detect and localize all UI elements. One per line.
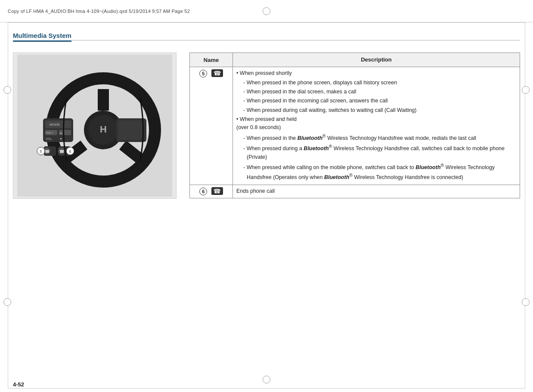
sub-item-1-1: When pressed in the phone screen, displa… [243,79,516,87]
svg-text:5: 5 [40,149,42,154]
svg-text:▲: ▲ [59,131,62,134]
svg-text:☎: ☎ [45,149,50,154]
svg-text:☎: ☎ [59,149,64,154]
svg-text:VOL-: VOL- [46,137,53,140]
bluetooth-ref-1: Bluetooth [297,135,322,141]
sub-item-1-4: When pressed during call waiting, switch… [243,106,516,114]
image-area: H MODE VOL+ ▲ VOL- ▼ [13,52,177,199]
sub-item-2-3: When pressed while calling on the mobile… [243,162,516,182]
bluetooth-ref-3: Bluetooth [415,164,440,170]
page-number: 4-52 [13,381,24,388]
bluetooth-ref-4: Bluetooth [324,174,349,180]
content-row: H MODE VOL+ ▲ VOL- ▼ [13,52,520,199]
desc-bullet-list-5: When pressed shortly When pressed in the… [236,69,516,182]
table-row: 6 ☎ Ends phone call [190,185,520,198]
info-table: Name Description 5 ☎ When pressed short [189,52,520,198]
table-area: Name Description 5 ☎ When pressed short [189,52,520,199]
sub-item-2-2: When pressed during a Bluetooth® Wireles… [243,143,516,161]
svg-text:MODE: MODE [50,123,60,127]
steering-wheel-image: H MODE VOL+ ▲ VOL- ▼ [13,52,177,199]
bullet-item-1: When pressed shortly When pressed in the… [236,69,516,114]
desc-cell-5: When pressed shortly When pressed in the… [233,67,520,185]
circle-number-6: 6 [199,188,207,195]
reg-mark-right-top [522,86,530,94]
name-cell-5: 5 ☎ [190,67,233,185]
desc-cell-6: Ends phone call [233,185,520,198]
table-row: 5 ☎ When pressed shortly When pressed in… [190,67,520,185]
bullet-item-2: When pressed and held(over 0.8 seconds) … [236,115,516,182]
sub-list-1: When pressed in the phone screen, displa… [236,79,516,115]
reg-mark-bottom [263,376,270,383]
col-header-desc: Description [233,53,520,67]
svg-text:VOL+: VOL+ [46,131,53,134]
section-title: Multimedia System [13,32,71,42]
header-bar: Copy of LF HMA 4_AUDIO:BH hma 4-109~(Aud… [0,0,533,22]
col-header-name: Name [190,53,233,67]
header-text: Copy of LF HMA 4_AUDIO:BH hma 4-109~(Aud… [8,9,190,14]
reg-mark-left-top [3,86,11,94]
steering-wheel-svg: H MODE VOL+ ▲ VOL- ▼ [17,55,172,197]
sub-list-2: When pressed in the Bluetooth® Wireless … [236,133,516,182]
circle-number-5: 5 [199,70,207,77]
sub-item-1-3: When pressed in the incoming call screen… [243,97,516,105]
sub-item-1-2: When pressed in the dial screen, makes a… [243,88,516,96]
phone-end-icon: ☎ [211,187,223,195]
svg-text:H: H [100,124,107,135]
ends-phone-call-text: Ends phone call [236,188,275,194]
svg-rect-28 [118,120,144,140]
phone-answer-icon: ☎ [211,69,223,77]
sub-item-2-1: When pressed in the Bluetooth® Wireless … [243,133,516,143]
main-content: Multimedia System H [13,22,520,375]
svg-text:▼: ▼ [59,137,62,140]
reg-mark-left-bottom [3,298,11,306]
section-title-line [71,40,520,40]
svg-text:6: 6 [69,149,71,154]
reg-mark-right-bottom [522,298,530,306]
bluetooth-ref-2: Bluetooth [304,145,328,151]
name-cell-6: 6 ☎ [190,185,233,198]
section-title-wrapper: Multimedia System [13,32,520,42]
